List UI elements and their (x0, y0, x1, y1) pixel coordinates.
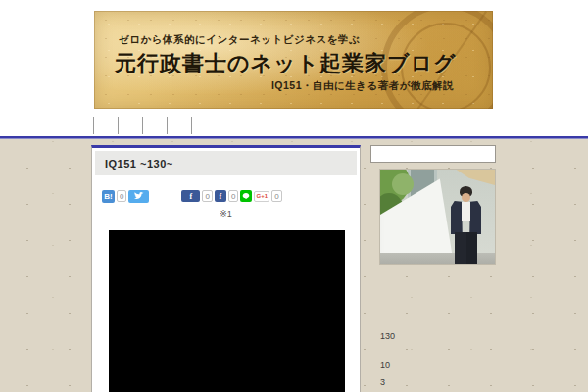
nav-item-3[interactable] (119, 117, 143, 134)
line-share-button[interactable] (240, 190, 252, 202)
site-title: 元行政書士のネット起業家ブログ (115, 49, 457, 78)
sidebar-count: 130 (380, 331, 395, 341)
nav-item-1[interactable] (70, 117, 94, 134)
nav-item-5[interactable] (168, 117, 192, 134)
sidebar-count: 3 (380, 377, 385, 387)
post-container: IQ151 ~130~ B! 0 f 0 f 0 G+1 0 (91, 145, 361, 392)
facebook-share-count-badge[interactable]: 0 (202, 190, 212, 202)
hatena-count-badge[interactable]: 0 (117, 190, 126, 202)
sidebar-count: 10 (380, 360, 390, 369)
photo-ground (380, 253, 495, 264)
line-chat-icon (242, 192, 250, 200)
page: ゼロから体系的にインターネットビジネスを学ぶ 元行政書士のネット起業家ブログ I… (0, 0, 588, 392)
twitter-share-button[interactable] (128, 190, 149, 203)
banner-tagline: ゼロから体系的にインターネットビジネスを学ぶ (119, 33, 360, 47)
nav-item-4[interactable] (143, 117, 168, 134)
nav-bar (70, 115, 192, 136)
photo-man-shirt (462, 202, 470, 221)
page-background: IQ151 ~130~ B! 0 f 0 f 0 G+1 0 (0, 139, 588, 392)
hatena-bookmark-button[interactable]: B! (102, 190, 115, 203)
banner-subtitle: IQ151・自由に生きる著者が徹底解説 (271, 79, 454, 93)
facebook-like-count-badge[interactable]: 0 (228, 190, 238, 202)
facebook-share-button[interactable]: f (181, 190, 200, 202)
post-title-bar: IQ151 ~130~ (95, 151, 357, 175)
header-banner[interactable]: ゼロから体系的にインターネットビジネスを学ぶ 元行政書士のネット起業家ブログ I… (94, 11, 493, 109)
sidebar-search-box[interactable] (370, 145, 496, 163)
photo-foliage (392, 173, 414, 195)
photo-man-pants (455, 232, 477, 264)
profile-photo (380, 170, 495, 264)
twitter-bird-icon (134, 191, 144, 201)
photo-awning (448, 170, 495, 185)
share-buttons: B! 0 f 0 f 0 G+1 0 (102, 189, 284, 203)
facebook-like-button[interactable]: f (215, 190, 226, 202)
google-plus-count-badge[interactable]: 0 (271, 190, 281, 202)
video-embed[interactable] (109, 230, 345, 392)
photo-man-face (462, 193, 470, 202)
google-plus-button[interactable]: G+1 (254, 191, 270, 202)
post-title: IQ151 ~130~ (105, 158, 173, 170)
post-note: ※1 (92, 209, 360, 219)
nav-item-2[interactable] (94, 117, 119, 134)
